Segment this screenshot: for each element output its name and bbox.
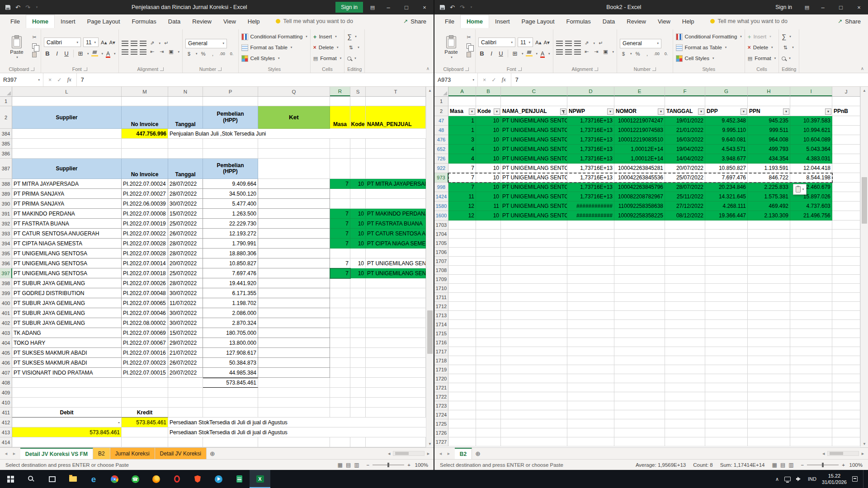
cell-G998[interactable]: 20.234.846 [705,183,748,192]
cell-E1713[interactable] [614,311,665,320]
show-desktop-button[interactable] [863,470,865,488]
cell-P404[interactable]: 13.800.000 [203,338,258,348]
cell-T393[interactable]: PT CATUR SENTOSA ANUGERAH [366,229,426,239]
increase-indent-button[interactable]: ⇥ [593,49,600,55]
cell-J1727[interactable] [832,437,860,446]
increase-decimal-button[interactable]: .00 [219,52,226,56]
cell-C1716[interactable] [501,338,567,347]
cell-Q409[interactable] [258,388,330,398]
cell-F1724[interactable] [665,410,705,419]
cell-I1704[interactable] [790,230,832,239]
cell-Q400[interactable] [258,298,330,308]
cell-H1711[interactable] [748,293,790,302]
scroll-down-icon[interactable]: ▼ [861,440,868,447]
row-header-408[interactable]: 408 [0,378,12,388]
cell-M413[interactable] [122,427,168,437]
right-delete-button[interactable]: ×Delete▾ [748,42,776,52]
cell-B1716[interactable] [476,338,501,347]
cell-N394[interactable]: 28/07/2022 [168,239,203,249]
cell-N414[interactable] [168,437,203,447]
cell-S385[interactable] [350,139,366,149]
cell-E1708[interactable] [614,266,665,275]
cell-G726[interactable]: 3.948.677 [705,154,748,164]
format-painter-button[interactable] [31,52,38,57]
paste-options-button[interactable]: ▾ [793,184,807,195]
cell-J998[interactable] [832,183,860,192]
cell-M395[interactable]: PI.2022.07.00028 [122,249,168,258]
cell-D1718[interactable] [567,356,614,365]
dropdown-arrow-icon[interactable]: ▾ [613,50,614,54]
left-cell-styles-button[interactable]: Cell Styles▾ [241,53,307,63]
cell-I1703[interactable] [790,221,832,230]
cell-B1712[interactable] [476,302,501,311]
cell-D476[interactable]: 1,73716E+13 [567,135,614,145]
cell-L400[interactable]: PT SUBUR JAYA GEMILANG [12,298,122,308]
cell-I1727[interactable] [790,437,832,446]
cell-F1580[interactable]: 27/12/2022 [665,202,705,211]
cell-S400[interactable] [350,298,366,308]
cell-I973[interactable]: 8.544.198 [790,173,832,183]
cell-P409[interactable] [203,388,258,398]
cell-J1424[interactable] [832,192,860,202]
row-header-412[interactable]: 412 [0,418,12,427]
cell-F1713[interactable] [665,311,705,320]
row-header-401[interactable]: 401 [0,308,12,318]
cell-G1[interactable] [705,97,748,106]
increase-decimal-button[interactable]: .00 [653,52,660,56]
right-ribbon-tab-home[interactable]: Home [460,14,489,28]
row-header-410[interactable]: 410 [0,398,12,408]
cell-Q404[interactable] [258,338,330,348]
cell-C1[interactable] [501,97,567,106]
cell-M396[interactable]: PI.2022.07.00014 [122,258,168,268]
cell-L414[interactable] [12,437,122,447]
cell-S398[interactable] [350,278,366,288]
cell-M386[interactable] [122,149,168,159]
row-header-1725[interactable]: 1725 [434,419,448,428]
cell-N398[interactable]: 28/07/2022 [168,278,203,288]
cell-H1709[interactable] [748,275,790,284]
cell-B1710[interactable] [476,284,501,293]
cell-L389[interactable]: PT PRIMA SANJAYA [12,189,122,199]
right-format-button[interactable]: ▤Format▾ [748,53,776,63]
cell-A1580[interactable]: 12 [448,202,476,211]
filter-dropdown-icon[interactable]: ▾ [494,108,500,115]
cell-S1[interactable] [350,97,366,106]
cell-J1708[interactable] [832,266,860,275]
copy-button[interactable] [465,43,472,49]
cell-H1580[interactable]: 469.492 [748,202,790,211]
right-ribbon-tab-data[interactable]: Data [597,14,621,28]
left-find-select-button[interactable]: ▾ [347,53,359,63]
cell-A1[interactable] [448,97,476,106]
hscroll-left-icon[interactable]: ◄ [821,451,826,456]
cell-J1715[interactable] [832,329,860,338]
right-name-box[interactable]: A973▾ [434,73,478,86]
row-header-1712[interactable]: 1712 [434,302,448,311]
cell-P401[interactable]: 2.086.000 [203,308,258,318]
right-vertical-scrollbar[interactable]: ▲▼ [860,87,868,447]
cell-E1711[interactable] [614,293,665,302]
fx-icon[interactable]: fx [502,76,506,83]
row-header-1707[interactable]: 1707 [434,257,448,266]
cell-T387[interactable] [366,159,426,179]
cell-I1724[interactable] [790,410,832,419]
cell-L2[interactable]: Supplier [12,106,122,129]
cell-J1725[interactable] [832,419,860,428]
row-header-1713[interactable]: 1713 [434,311,448,320]
cell-F1723[interactable] [665,401,705,410]
sheet-tab-b2[interactable]: B2 [93,448,110,459]
cell-P406[interactable]: 50.384.873 [203,358,258,368]
cell-G1713[interactable] [705,311,748,320]
cell-H1714[interactable] [748,320,790,329]
row-header-398[interactable]: 398 [0,278,12,288]
cell-B1708[interactable] [476,266,501,275]
cell-L385[interactable] [12,139,122,149]
cell-E1706[interactable] [614,248,665,257]
row-header-1721[interactable]: 1721 [434,383,448,392]
cell-J1714[interactable] [832,320,860,329]
cell-E476[interactable]: 100012219083510 [614,135,665,145]
cell-G1709[interactable] [705,275,748,284]
dialog-launcher-icon[interactable] [31,67,34,71]
cell-N409[interactable] [168,388,203,398]
row-header-1718[interactable]: 1718 [434,356,448,365]
row-header-1703[interactable]: 1703 [434,221,448,230]
